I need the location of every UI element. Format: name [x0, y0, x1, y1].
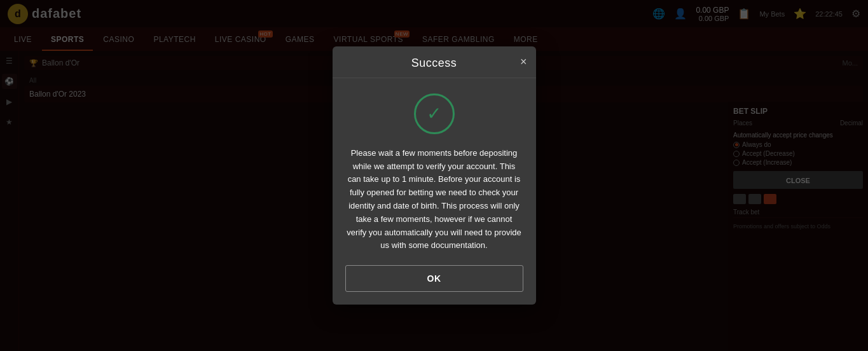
modal-close-button[interactable]: ×	[520, 56, 527, 67]
modal-overlay: Success × ✓ Please wait a few moments be…	[0, 0, 868, 351]
background-page: d dafabet 🌐 👤 0.00 GBP 0.00 GBP 📋 My Bet…	[0, 0, 868, 351]
modal-body: ✓ Please wait a few moments before depos…	[333, 78, 536, 265]
ok-button[interactable]: OK	[345, 265, 523, 292]
modal-message: Please wait a few moments before deposit…	[345, 147, 523, 252]
modal-header: Success ×	[333, 46, 536, 78]
checkmark-icon: ✓	[427, 105, 441, 123]
success-icon-circle: ✓	[414, 93, 455, 134]
modal-title: Success	[411, 57, 457, 70]
modal-footer: OK	[333, 265, 536, 305]
success-modal: Success × ✓ Please wait a few moments be…	[333, 46, 536, 305]
